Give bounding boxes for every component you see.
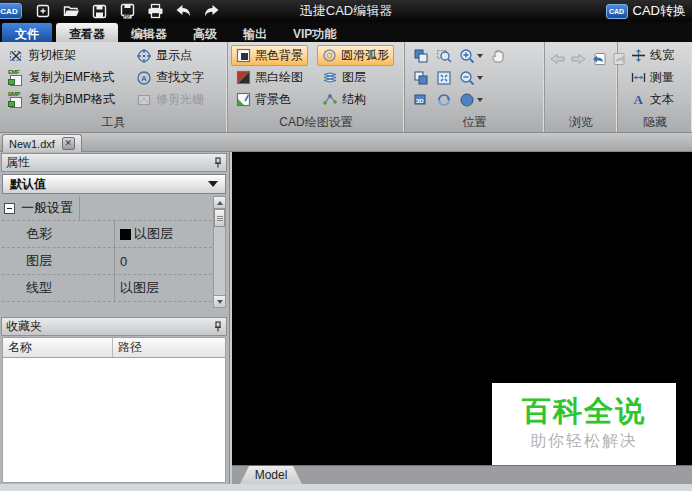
print-button[interactable] [146, 2, 164, 20]
black-background-icon [236, 48, 251, 63]
properties-panel-title: 属性 [6, 154, 30, 171]
zoom-out-button[interactable] [457, 69, 485, 88]
layers-label: 图层 [342, 69, 366, 86]
group-label-position: 位置 [405, 114, 544, 131]
document-close-button[interactable]: ✕ [62, 137, 75, 150]
text-button[interactable]: A 文本 [626, 89, 679, 110]
structure-button[interactable]: 结构 [317, 89, 394, 110]
open-folder-icon [63, 3, 80, 19]
tab-editor[interactable]: 编辑器 [118, 23, 180, 42]
view-undo-button[interactable] [589, 50, 609, 69]
show-points-button[interactable]: 显示点 [131, 45, 209, 66]
pan-button[interactable] [488, 47, 508, 66]
svg-text:A: A [634, 92, 644, 107]
property-value: 以图层 [114, 275, 212, 301]
layout-tab-bar: Model [232, 465, 692, 484]
new-file-icon [35, 3, 51, 19]
property-label: 线型 [2, 275, 114, 301]
scrollbar-thumb[interactable] [214, 209, 225, 227]
property-grid-scrollbar[interactable] [213, 196, 226, 308]
property-group-label: 一般设置 [21, 199, 73, 217]
bw-drawing-button[interactable]: 黑白绘图 [231, 67, 308, 88]
ribbon-group-position: 3D 位置 [405, 42, 545, 132]
left-panel: 属性 默认值 一般设置 色彩 以图层 [0, 152, 230, 484]
line-width-button[interactable]: 线宽 [626, 45, 679, 66]
cad-convert-button[interactable]: CAD CAD转换 [606, 0, 686, 22]
background-color-icon [236, 92, 251, 107]
redo-arrow-icon [203, 3, 220, 19]
copy-bmp-label: 复制为BMP格式 [29, 91, 115, 108]
redo-button[interactable] [202, 2, 220, 20]
save-button[interactable] [90, 2, 108, 20]
pin-icon[interactable] [214, 321, 222, 332]
show-points-icon [136, 48, 152, 64]
cut-frame-button[interactable]: 剪切框架 [3, 45, 120, 66]
find-text-button[interactable]: A 查找文字 [131, 67, 209, 88]
property-row-color[interactable]: 色彩 以图层 [2, 221, 212, 248]
property-row-linetype[interactable]: 线型 以图层 [2, 275, 212, 302]
bw-drawing-label: 黑白绘图 [255, 69, 303, 86]
watermark-title: 百科全说 [522, 396, 646, 428]
cascade-windows-button[interactable] [411, 47, 431, 66]
watermark-subtitle: 助你轻松解决 [530, 431, 638, 452]
structure-label: 结构 [342, 91, 366, 108]
forward-arrow-icon [571, 53, 586, 65]
document-tab[interactable]: New1.dxf ✕ [2, 134, 82, 152]
copy-emf-label: 复制为EMF格式 [29, 69, 114, 86]
property-row-layer[interactable]: 图层 0 [2, 248, 212, 275]
structure-icon [322, 92, 338, 107]
model-tab[interactable]: Model [240, 466, 302, 484]
group-label-tools: 工具 [0, 114, 227, 131]
favorites-column-name[interactable]: 名称 [3, 338, 113, 357]
tab-file[interactable]: 文件 [2, 23, 52, 42]
zoom-in-icon [459, 48, 475, 64]
app-window: CAD PDF [0, 0, 692, 491]
layers-button[interactable]: 图层 [317, 67, 394, 88]
tab-vip[interactable]: VIP功能 [280, 23, 349, 42]
zoom-window-button[interactable] [434, 47, 454, 66]
scroll-up-button[interactable] [214, 197, 225, 209]
scroll-down-button[interactable] [214, 295, 225, 307]
trim-raster-icon [136, 92, 152, 108]
tab-output[interactable]: 输出 [230, 23, 280, 42]
save-as-pdf-button[interactable]: PDF [118, 2, 136, 20]
ribbon-group-tools: 剪切框架 EMF 复制为EMF格式 BMP 复制为BMP格式 [0, 42, 228, 132]
new-file-button[interactable] [34, 2, 52, 20]
smooth-arc-toggle[interactable]: 圆滑弧形 [317, 45, 394, 66]
zoom-out-dropdown-caret [477, 76, 483, 80]
render-mode-button[interactable] [457, 91, 485, 110]
black-background-toggle[interactable]: 黑色背景 [231, 45, 308, 66]
property-value: 0 [114, 248, 212, 274]
copy-emf-button[interactable]: EMF 复制为EMF格式 [3, 67, 120, 88]
collapse-icon[interactable] [4, 203, 15, 214]
menu-tab-bar: 文件 查看器 编辑器 高级 输出 VIP功能 [0, 22, 692, 42]
favorites-column-path[interactable]: 路径 [113, 338, 142, 357]
background-color-button[interactable]: 背景色 [231, 89, 308, 110]
send-back-button[interactable] [411, 69, 431, 88]
open-file-button[interactable] [62, 2, 80, 20]
view-3d-button[interactable]: 3D [411, 91, 431, 110]
favorites-panel-header: 收藏夹 [1, 317, 227, 336]
zoom-in-button[interactable] [457, 47, 485, 66]
drawing-canvas[interactable]: 百科全说 助你轻松解决 [232, 152, 692, 465]
ribbon: 剪切框架 EMF 复制为EMF格式 BMP 复制为BMP格式 [0, 42, 692, 133]
zoom-in-dropdown-caret [477, 54, 483, 58]
text-icon: A [631, 92, 646, 107]
orbit-button[interactable] [434, 91, 454, 110]
pin-icon[interactable] [214, 157, 222, 168]
property-set-dropdown[interactable]: 默认值 [2, 174, 226, 194]
copy-bmp-button[interactable]: BMP 复制为BMP格式 [3, 89, 120, 110]
favorites-panel-title: 收藏夹 [6, 318, 42, 335]
cut-frame-label: 剪切框架 [28, 47, 76, 64]
favorites-list[interactable] [2, 358, 226, 483]
zoom-window-icon [436, 48, 452, 64]
zoom-extents-button[interactable] [434, 69, 454, 88]
tab-advanced[interactable]: 高级 [180, 23, 230, 42]
tab-viewer[interactable]: 查看器 [56, 23, 118, 42]
undo-button[interactable] [174, 2, 192, 20]
view-forward-button [568, 50, 588, 69]
measure-button[interactable]: 测量 [626, 67, 679, 88]
svg-text:A: A [141, 74, 147, 83]
save-pdf-icon: PDF [120, 3, 135, 19]
property-group-row[interactable]: 一般设置 [2, 196, 212, 221]
